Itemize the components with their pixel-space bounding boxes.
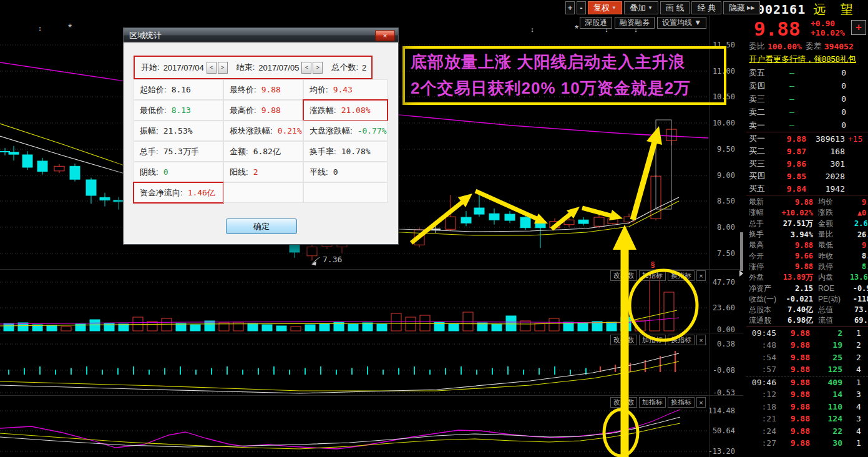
volume-bar (506, 316, 516, 331)
dialog-cell-value: 21.08% (341, 106, 371, 115)
ok-button[interactable]: 确定 (226, 219, 297, 234)
zoom-out-button[interactable]: - (577, 1, 586, 14)
toolbar-tab-设置均线 ▼[interactable]: 设置均线 ▼ (657, 17, 706, 29)
add-to-watchlist-button[interactable]: + (851, 20, 866, 35)
stat-value: 9.71 (845, 198, 868, 207)
stat-value: 7.40亿 (779, 305, 813, 315)
end-prev-button[interactable]: < (301, 62, 311, 74)
start-label: 开始: (141, 62, 160, 73)
stat-row: 总手27.51万金额2.67亿 (746, 219, 868, 229)
axis-label: 8.00 (717, 223, 735, 232)
start-next-button[interactable]: > (218, 62, 228, 74)
weibi-row: 委比 100.00% 委差 394052 (746, 40, 868, 52)
dialog-cell: 振幅:21.53% (134, 120, 223, 141)
dialog-titlebar[interactable]: 区域统计 × (124, 28, 398, 42)
axis-label: 50.64 (713, 426, 735, 435)
start-prev-button[interactable]: < (207, 62, 217, 74)
toolbar-button-画 线[interactable]: 画 线 (660, 1, 690, 14)
stat-value: 9.88 (779, 198, 813, 207)
stat-label: 内盘 (818, 272, 845, 283)
dialog-cell-value: 21.53% (163, 126, 193, 135)
weibi-value: 100.00% (768, 42, 802, 51)
volume-bar (133, 317, 143, 331)
close-icon[interactable]: × (375, 30, 395, 41)
tick-row: 09:459.8821 (746, 327, 868, 340)
indicator-close-button[interactable]: × (696, 335, 706, 345)
toolbar-button-label: 经 典 (697, 2, 716, 14)
chevron-down-icon: ▼ (648, 5, 653, 11)
indicator-button-改参数[interactable]: 改参数 (610, 270, 637, 281)
indicator-panel-buttons: 改参数加指标换指标× (610, 397, 706, 408)
stat-value: 73.1亿 (845, 305, 868, 315)
buy-volume: 301 (806, 159, 845, 169)
stat-label: 均价 (818, 197, 845, 207)
indicator-button-加指标[interactable]: 加指标 (639, 335, 666, 345)
stat-label: 今开 (749, 251, 779, 262)
stat-label: 总手 (749, 219, 779, 229)
volume-bar (190, 325, 200, 331)
ind-white (0, 417, 680, 447)
dialog-cell-value: 2 (253, 167, 258, 177)
weicha-label: 委差 (806, 41, 822, 52)
dialog-cell: 板块涨跌幅:0.21% (223, 120, 303, 141)
sell-row: 卖五—0 (746, 66, 868, 79)
buy-volume: 1942 (806, 184, 845, 194)
indicator-button-换指标[interactable]: 换指标 (668, 335, 695, 345)
volume-bar (420, 315, 430, 331)
tick-volume: 110 (810, 402, 842, 411)
volume-bar (262, 325, 272, 331)
volume-bar (147, 322, 157, 331)
buy-queue: 买一9.88389613+15买二9.87168买三9.86301买四9.852… (746, 132, 868, 195)
stat-value: 9.88 (779, 241, 813, 250)
stock-header: ◀ R 002161 远 望 谷 (746, 0, 868, 19)
weibi-label: 委比 (749, 41, 765, 52)
toolbar-button-隐藏[interactable]: 隐藏▶▶ (723, 1, 760, 14)
dialog-cell: 阴线:0 (134, 162, 223, 182)
indicator-close-button[interactable]: × (696, 397, 706, 408)
toolbar-tab-融资融券[interactable]: 融资融券 (615, 17, 655, 29)
volume-bar (348, 324, 358, 331)
tick-time: :27 (748, 438, 776, 448)
volume-bar (176, 323, 186, 331)
scrollbar-thumb[interactable] (740, 232, 743, 271)
end-next-button[interactable]: > (313, 62, 323, 74)
buy-price: 9.86 (770, 159, 806, 169)
dialog-cell-label: 板块涨跌幅: (230, 125, 273, 137)
scroll-arrow-icon[interactable] (739, 270, 743, 277)
dialog-cell: 换手率:10.78% (303, 141, 388, 162)
candle (37, 161, 47, 172)
toolbar-button-复权[interactable]: 复权▼ (588, 1, 622, 14)
stat-row: 涨停9.88跌停8.08 (746, 262, 868, 272)
stat-value: -0.96% (845, 284, 868, 293)
indicator-button-加指标[interactable]: 加指标 (639, 270, 666, 281)
tick-volume: 124 (810, 414, 842, 423)
zoom-in-button[interactable]: + (565, 1, 575, 14)
tick-count: 3 (856, 414, 861, 423)
stat-label: 总值 (818, 305, 845, 315)
volume-bar (406, 317, 416, 331)
buy-row: 买一9.88389613+15 (746, 132, 868, 145)
tick-time: 09:46 (748, 378, 776, 387)
toolbar-button-经 典[interactable]: 经 典 (691, 1, 721, 14)
indicator-panel-buttons: 改参数加指标换指标× (610, 335, 706, 345)
open-account-ad-link[interactable]: 开户看更多行情，领8858礼包 (746, 52, 868, 66)
volume-bar (535, 323, 545, 331)
indicator-button-换指标[interactable]: 换指标 (668, 270, 695, 281)
dialog-cell: 均价:9.43 (303, 79, 388, 100)
toolbar-tab-深股通[interactable]: 深股通 (580, 17, 612, 29)
dialog-cell-value: 75.3万手 (163, 146, 199, 157)
indicator-button-改参数[interactable]: 改参数 (610, 335, 637, 345)
indicator-button-加指标[interactable]: 加指标 (639, 397, 666, 408)
stat-label: PE(动) (818, 294, 845, 305)
tick-row: :489.88192 (746, 339, 868, 351)
indicator-button-改参数[interactable]: 改参数 (610, 397, 637, 408)
buy-row: 买二9.87168 (746, 145, 868, 157)
stat-label: 量比 (818, 229, 845, 240)
tick-price: 9.88 (776, 402, 810, 411)
toolbar-button-叠加[interactable]: 叠加▼ (624, 1, 658, 14)
chevron-down-icon: ▼ (612, 5, 617, 11)
indicator-button-换指标[interactable]: 换指标 (668, 397, 695, 408)
chart-mark-icon: * (68, 22, 72, 33)
stat-label: ROE (818, 284, 845, 293)
indicator-close-button[interactable]: × (696, 270, 706, 281)
